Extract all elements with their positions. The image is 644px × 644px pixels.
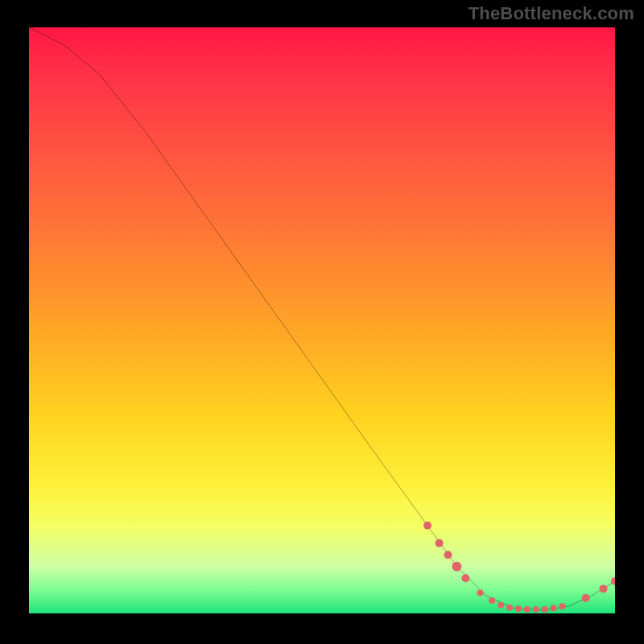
marker-dot bbox=[551, 605, 557, 611]
marker-dot bbox=[533, 606, 539, 613]
marker-dot bbox=[423, 522, 431, 530]
curve-layer bbox=[29, 27, 615, 613]
marker-dot bbox=[599, 584, 607, 592]
marker-dot bbox=[542, 606, 548, 613]
marker-dot bbox=[489, 597, 495, 604]
plot-area bbox=[29, 27, 615, 613]
marker-dot bbox=[506, 605, 513, 611]
marker-dot bbox=[515, 605, 522, 612]
marker-dot bbox=[461, 574, 469, 582]
marker-dot bbox=[497, 602, 504, 609]
marker-dot bbox=[559, 603, 565, 609]
watermark-label: TheBottleneck.com bbox=[469, 3, 634, 24]
marker-dot bbox=[611, 577, 615, 585]
chart-frame: TheBottleneck.com bbox=[0, 0, 644, 644]
marker-dot bbox=[436, 539, 444, 547]
marker-dot bbox=[524, 606, 530, 613]
marker-dot bbox=[444, 551, 452, 559]
marker-dot bbox=[582, 594, 590, 602]
bottleneck-curve bbox=[29, 27, 615, 610]
marker-dot bbox=[452, 562, 461, 572]
marker-dot bbox=[477, 590, 484, 597]
highlight-dots bbox=[423, 522, 615, 613]
